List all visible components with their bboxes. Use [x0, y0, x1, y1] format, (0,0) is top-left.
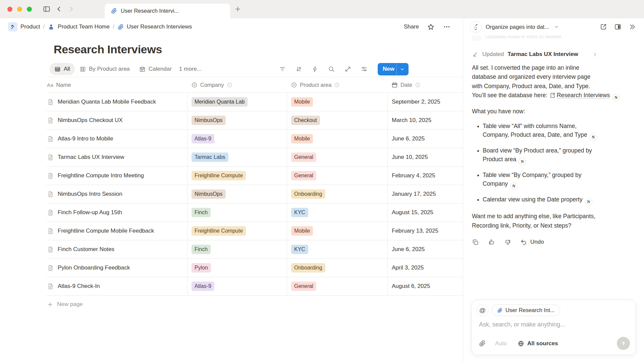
- row-date[interactable]: June 6, 2025: [392, 135, 425, 142]
- table-row[interactable]: NimbusOps Checkout UX NimbusOps Checkout…: [46, 111, 463, 130]
- new-page-button[interactable]: New page: [46, 296, 463, 313]
- company-tag[interactable]: Tarmac Labs: [192, 153, 228, 162]
- back-icon[interactable]: [55, 5, 63, 13]
- table-row[interactable]: Freightline Compute Mobile Feedback Frei…: [46, 222, 463, 240]
- expand-icon[interactable]: [344, 65, 352, 73]
- breadcrumb-item-product-team-home[interactable]: Product Team Home: [48, 23, 110, 31]
- table-row[interactable]: Atlas-9 Check-In Atlas-9 General August …: [46, 277, 463, 296]
- area-tag[interactable]: Mobile: [291, 226, 313, 236]
- close-window-button[interactable]: [7, 7, 12, 12]
- forward-icon[interactable]: [67, 5, 75, 13]
- column-header-company[interactable]: Company: [187, 77, 287, 93]
- zoom-window-button[interactable]: [27, 7, 32, 12]
- area-tag[interactable]: KYC: [291, 245, 308, 254]
- chevron-down-icon[interactable]: [554, 24, 559, 29]
- ai-input-card[interactable]: @ User Research Int... Ask, search, or m…: [471, 300, 636, 355]
- ai-update-card[interactable]: Updated Tarmac Labs UX Interview: [472, 51, 634, 58]
- row-name[interactable]: Atlas-9 Intro to Mobile: [58, 135, 113, 142]
- active-window-tab[interactable]: User Research Intervi...: [105, 4, 230, 18]
- company-tag[interactable]: NimbusOps: [192, 116, 226, 125]
- attach-paperclip-icon[interactable]: [479, 340, 486, 347]
- mention-button[interactable]: @: [477, 304, 488, 316]
- company-tag[interactable]: Pylon: [192, 263, 211, 273]
- row-name[interactable]: Tarmac Labs UX Interview: [58, 154, 124, 161]
- company-tag[interactable]: Atlas-9: [192, 282, 214, 291]
- thumbs-down-icon[interactable]: [504, 239, 511, 246]
- company-tag[interactable]: Meridian Quanta Lab: [192, 97, 248, 107]
- area-tag[interactable]: KYC: [291, 208, 308, 217]
- sidebar-toggle-icon[interactable]: [43, 5, 51, 13]
- row-date[interactable]: September 2, 2025: [392, 99, 440, 105]
- row-name[interactable]: NimbusOps Intro Session: [58, 191, 122, 197]
- undo-button[interactable]: Undo: [520, 239, 544, 246]
- column-header-date[interactable]: Date: [387, 77, 463, 93]
- panel-toggle-icon[interactable]: [614, 23, 622, 31]
- area-tag[interactable]: Mobile: [291, 97, 313, 107]
- table-row[interactable]: Finch Follow-up Aug 15th Finch KYC Augus…: [46, 203, 463, 222]
- compose-icon[interactable]: [600, 23, 607, 31]
- tab-by-product-area[interactable]: By Product area: [75, 63, 135, 75]
- company-tag[interactable]: Finch: [192, 245, 211, 254]
- tab-all[interactable]: All: [50, 63, 75, 75]
- inline-page-link[interactable]: Research InterviewsN: [549, 92, 620, 99]
- tab-calendar[interactable]: Calendar: [135, 63, 176, 75]
- row-date[interactable]: March 10, 2025: [392, 117, 431, 124]
- row-name[interactable]: NimbusOps Checkout UX: [58, 117, 123, 124]
- row-name[interactable]: Atlas-9 Check-In: [58, 283, 100, 290]
- context-chip[interactable]: User Research Int...: [492, 304, 560, 316]
- auto-mode-button[interactable]: Auto: [495, 340, 507, 347]
- row-date[interactable]: January 17, 2025: [392, 191, 436, 197]
- row-date[interactable]: February 4, 2025: [392, 172, 435, 179]
- table-row[interactable]: Freightline Compute Intro Meeting Freigh…: [46, 167, 463, 185]
- table-row[interactable]: Tarmac Labs UX Interview Tarmac Labs Gen…: [46, 148, 463, 167]
- column-header-product-area[interactable]: Product area: [287, 77, 387, 93]
- breadcrumb-item-product[interactable]: Product: [8, 22, 40, 32]
- company-tag[interactable]: Freightline Compute: [192, 171, 246, 180]
- settings-sliders-icon[interactable]: [361, 65, 368, 73]
- column-header-name[interactable]: Aa Name: [46, 77, 187, 93]
- info-icon[interactable]: [227, 82, 232, 88]
- more-options-icon[interactable]: [443, 23, 451, 31]
- table-row[interactable]: Finch Customer Notes Finch KYC June 6, 2…: [46, 240, 463, 259]
- company-tag[interactable]: Freightline Compute: [192, 226, 246, 236]
- info-icon[interactable]: [415, 82, 421, 88]
- thumbs-up-icon[interactable]: [488, 239, 495, 246]
- area-tag[interactable]: Onboarding: [291, 263, 325, 273]
- row-date[interactable]: August 6, 2025: [392, 283, 430, 290]
- table-row[interactable]: Pylon Onboarding Feedback Pylon Onboardi…: [46, 259, 463, 277]
- table-row[interactable]: Atlas-9 Intro to Mobile Atlas-9 Mobile J…: [46, 130, 463, 148]
- row-name[interactable]: Freightline Compute Mobile Feedback: [58, 228, 154, 234]
- chat-input[interactable]: Ask, search, or make anything...: [479, 321, 631, 328]
- filter-icon[interactable]: [279, 65, 286, 73]
- row-name[interactable]: Pylon Onboarding Feedback: [58, 264, 130, 271]
- ai-thread-title[interactable]: Organize pages into dat...: [486, 24, 549, 30]
- company-tag[interactable]: NimbusOps: [192, 189, 226, 199]
- row-name[interactable]: Finch Customer Notes: [58, 246, 114, 253]
- row-date[interactable]: April 3, 2025: [392, 264, 424, 271]
- area-tag[interactable]: General: [291, 171, 316, 180]
- automation-lightning-icon[interactable]: [312, 66, 319, 73]
- copy-icon[interactable]: [472, 239, 479, 246]
- row-date[interactable]: June 6, 2025: [392, 246, 425, 253]
- area-tag[interactable]: Checkout: [291, 116, 320, 125]
- double-chevron-right-icon[interactable]: [629, 23, 636, 31]
- send-button[interactable]: [617, 337, 630, 350]
- row-date[interactable]: August 15, 2025: [392, 209, 433, 216]
- all-sources-button[interactable]: All sources: [518, 340, 558, 347]
- info-icon[interactable]: [334, 82, 340, 88]
- company-tag[interactable]: Finch: [192, 208, 211, 217]
- breadcrumb-item-user-research-interviews[interactable]: User Research Interviews: [117, 23, 192, 30]
- ai-chat-scroll[interactable]: Updated Atlas-9 Intro to Mobile Updated …: [463, 36, 644, 294]
- share-button[interactable]: Share: [404, 23, 419, 30]
- new-button[interactable]: New: [378, 63, 409, 75]
- area-tag[interactable]: Mobile: [291, 134, 313, 143]
- row-name[interactable]: Meridian Quanta Lab Mobile Feedback: [58, 99, 156, 105]
- new-tab-button[interactable]: [234, 0, 241, 18]
- row-date[interactable]: June 10, 2025: [392, 154, 428, 161]
- area-tag[interactable]: General: [291, 282, 316, 291]
- favorite-star-icon[interactable]: [427, 23, 435, 31]
- sort-icon[interactable]: [295, 65, 303, 73]
- more-views-button[interactable]: 1 more...: [179, 66, 202, 72]
- row-date[interactable]: February 13, 2025: [392, 228, 438, 234]
- company-tag[interactable]: Atlas-9: [192, 134, 214, 143]
